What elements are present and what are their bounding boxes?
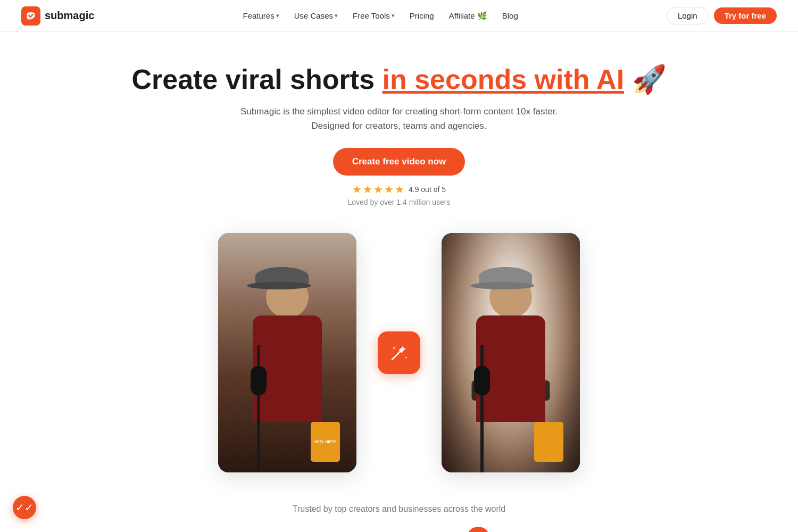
trusted-section: Trusted by top creators and businesses a… [0,494,798,532]
google-logo: Google [287,530,332,532]
chat-button[interactable]: ✓✓ [13,496,36,519]
rating-row: ★★★★★ 4.9 out of 5 [11,183,787,196]
nav-free-tools[interactable]: Free Tools ▾ [346,8,401,23]
hero-subtitle: Submagic is the simplest video editor fo… [11,104,787,133]
nav-pricing[interactable]: Pricing [403,8,440,23]
nav-links: Features ▾ Use Cases ▾ Free Tools ▾ Pric… [236,8,524,24]
create-video-button[interactable]: Create free video now [333,148,466,176]
google-rating: Google 4.9 ★★★★★ [286,530,334,532]
login-button[interactable]: Login [667,7,709,24]
rating-value: 4.9 out of 5 [409,185,446,194]
demo-card-processed: WANT TO [442,233,580,472]
chevron-down-icon: ▾ [392,12,395,19]
person-figure-left: HEEL NIFTY [218,233,356,472]
nav-affiliate[interactable]: Affiliate 🌿 [443,8,494,24]
g2-rating: G² G2 4.9 ★★★★★ [464,527,512,532]
trusted-title: Trusted by top creators and businesses a… [21,504,777,514]
logo-icon [21,6,40,26]
headline-emoji: 🚀 [632,64,667,95]
g2-logo-row: G² G2 [467,527,510,532]
headline-highlight: in seconds with AI [383,64,625,95]
demo-section: HEEL NIFTY [0,222,798,494]
loved-text: Loved by over 1.4 million users [11,198,787,206]
svg-point-2 [405,357,407,359]
app-transform-icon [378,331,420,374]
try-free-button[interactable]: Try for free [714,7,777,24]
svg-point-1 [393,347,395,349]
logos-row: Google 4.9 ★★★★★ ★ Trustpilot 4.8 ★★★★★ … [21,527,777,532]
headline-start: Create viral shorts [131,64,382,95]
demo-card-original: HEEL NIFTY [218,233,356,472]
chat-icon: ✓✓ [15,501,34,514]
nav-actions: Login Try for free [667,7,777,24]
hero-headline: Create viral shorts in seconds with AI 🚀 [11,64,787,96]
chevron-down-icon: ▾ [335,12,338,19]
chevron-down-icon: ▾ [276,12,279,19]
hero-section: Create viral shorts in seconds with AI 🚀… [0,32,798,222]
logo[interactable]: submagic [21,6,94,26]
nav-blog[interactable]: Blog [496,8,525,23]
nav-features[interactable]: Features ▾ [236,8,285,23]
star-icons: ★★★★★ [352,183,405,196]
nav-use-cases[interactable]: Use Cases ▾ [288,8,344,23]
g2-badge: G² [467,527,490,532]
logo-text: submagic [45,10,94,22]
navigation: submagic Features ▾ Use Cases ▾ Free Too… [0,0,798,32]
